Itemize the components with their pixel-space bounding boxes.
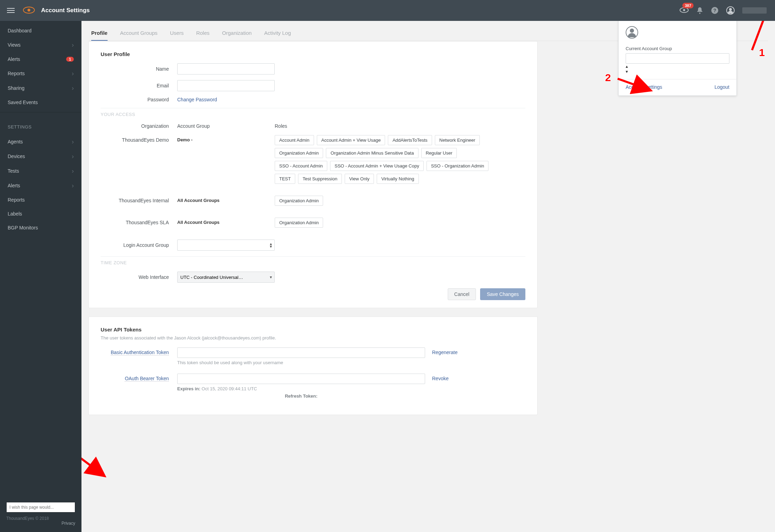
organization-col: Organization (101, 123, 177, 129)
tab-roles[interactable]: Roles (196, 30, 209, 41)
chevron-right-icon: › (72, 70, 74, 77)
role-pill: TEST (275, 174, 295, 184)
sidebar-item-alerts-s[interactable]: Alerts› (0, 178, 81, 193)
role-pill: SSO - Account Admin (275, 161, 327, 171)
email-label: Email (101, 83, 177, 88)
sidebar-item-dashboard[interactable]: Dashboard (0, 24, 81, 38)
email-input[interactable] (177, 80, 275, 91)
chevron-right-icon: › (72, 182, 74, 189)
role-pill: Account Admin (275, 135, 314, 145)
change-password-link[interactable]: Change Password (177, 97, 217, 102)
role-pill: Network Engineer (435, 135, 480, 145)
help-icon[interactable]: ? (711, 7, 719, 14)
sidebar-item-bgp[interactable]: BGP Monitors (0, 221, 81, 235)
content: Current Account Group ▴▾ Account Setting… (81, 21, 775, 532)
logout-link[interactable]: Logout (714, 84, 729, 90)
account-group-name: All Account Groups (177, 218, 275, 225)
role-pill: AddAlertsToTests (388, 135, 432, 145)
login-ag-select[interactable] (177, 240, 275, 251)
tokens-heading: User API Tokens (101, 327, 525, 332)
sidebar-item-reports-s[interactable]: Reports (0, 193, 81, 207)
password-label: Password (101, 97, 177, 102)
current-ag-label: Current Account Group (626, 46, 729, 51)
svg-point-8 (729, 8, 732, 11)
basic-token-input[interactable] (177, 347, 425, 358)
tab-users[interactable]: Users (170, 30, 183, 41)
basic-auth-label: Basic Authentication Token (111, 350, 169, 355)
current-ag-select[interactable] (626, 53, 729, 64)
account-settings-link[interactable]: Account Settings (626, 84, 662, 90)
org-name: ThousandEyes Internal (101, 196, 177, 203)
chevron-right-icon: › (72, 168, 74, 174)
alert-count-badge: 1 (66, 57, 74, 62)
user-dropdown: Current Account Group ▴▾ Account Setting… (618, 21, 737, 96)
oauth-label: OAuth Bearer Token (125, 376, 169, 382)
cancel-button[interactable]: Cancel (448, 288, 476, 300)
svg-line-13 (81, 433, 103, 475)
sidebar-item-alerts[interactable]: Alerts1 (0, 52, 81, 66)
role-pill: Account Admin + View Usage (317, 135, 385, 145)
svg-point-4 (699, 13, 700, 14)
web-interface-select[interactable]: UTC - Coordinated Universal… (177, 272, 275, 283)
profile-panel: User Profile Name Email Password Change … (88, 41, 538, 308)
user-name-chip[interactable] (742, 7, 767, 14)
sidebar-item-sharing[interactable]: Sharing› (0, 81, 81, 95)
select-arrows-icon: ▴▾ (626, 64, 628, 74)
sidebar-item-devices[interactable]: Devices› (0, 149, 81, 164)
tab-organization[interactable]: Organization (222, 30, 252, 41)
sidebar-item-agents[interactable]: Agents› (0, 134, 81, 149)
revoke-link[interactable]: Revoke (432, 374, 448, 381)
sidebar-item-tests[interactable]: Tests› (0, 164, 81, 178)
svg-text:?: ? (713, 8, 717, 13)
account-group-name: All Account Groups (177, 196, 275, 203)
oauth-token-input[interactable] (177, 374, 425, 384)
role-pill: Organization Admin (275, 148, 323, 158)
tab-activity-log[interactable]: Activity Log (264, 30, 291, 41)
time-zone-head: TIME ZONE (101, 260, 525, 265)
bell-icon[interactable] (696, 7, 703, 14)
tokens-panel: User API Tokens The user tokens associat… (88, 316, 538, 415)
sidebar-item-saved-events[interactable]: Saved Events (0, 95, 81, 109)
sidebar: Dashboard Views› Alerts1 Reports› Sharin… (0, 21, 81, 532)
page-title: Account Settings (41, 7, 90, 14)
annotation-1: 1 (759, 47, 765, 58)
access-row: ThousandEyes SLAAll Account GroupsOrgani… (101, 218, 525, 228)
tab-account-groups[interactable]: Account Groups (120, 30, 158, 41)
your-access-head: YOUR ACCESS (101, 112, 525, 117)
hamburger-icon[interactable] (5, 6, 17, 15)
role-pill: View Only (345, 174, 374, 184)
basic-token-hint: This token should be used along with you… (177, 360, 425, 365)
dropdown-avatar-icon (626, 26, 729, 40)
privacy-link[interactable]: Privacy (6, 521, 75, 526)
refresh-token-label: Refresh Token: (285, 393, 318, 399)
account-group-col: Account Group (177, 123, 275, 129)
roles-col: Roles (275, 123, 287, 129)
chevron-right-icon: › (72, 153, 74, 159)
role-pill: SSO - Account Admin + View Usage Copy (330, 161, 424, 171)
tokens-desc: The user tokens associated with the Jaso… (101, 335, 525, 341)
sidebar-item-reports[interactable]: Reports› (0, 66, 81, 81)
tab-profile[interactable]: Profile (91, 30, 108, 41)
org-name: ThousandEyes Demo (101, 135, 177, 143)
svg-point-3 (683, 9, 685, 11)
profile-heading: User Profile (101, 51, 525, 57)
role-pill: Organization Admin (275, 218, 323, 228)
access-row: ThousandEyes DemoDemo -Account AdminAcco… (101, 135, 525, 184)
org-name: ThousandEyes SLA (101, 218, 177, 225)
notif-badge: 387 (682, 3, 694, 8)
svg-point-10 (630, 29, 634, 33)
sidebar-item-views[interactable]: Views› (0, 38, 81, 52)
chevron-right-icon: › (72, 85, 74, 91)
name-label: Name (101, 66, 177, 72)
role-pill: SSO - Organization Admin (426, 161, 488, 171)
access-row: ThousandEyes InternalAll Account GroupsO… (101, 196, 525, 206)
web-interface-label: Web Interface (101, 274, 177, 280)
role-pill: Organization Admin (275, 196, 323, 206)
user-icon[interactable] (726, 6, 735, 15)
regenerate-link[interactable]: Regenerate (432, 347, 457, 355)
save-button[interactable]: Save Changes (480, 288, 525, 300)
wish-input[interactable] (6, 502, 75, 513)
sidebar-item-labels[interactable]: Labels (0, 207, 81, 221)
logo-icon[interactable] (23, 6, 35, 15)
name-input[interactable] (177, 63, 275, 75)
